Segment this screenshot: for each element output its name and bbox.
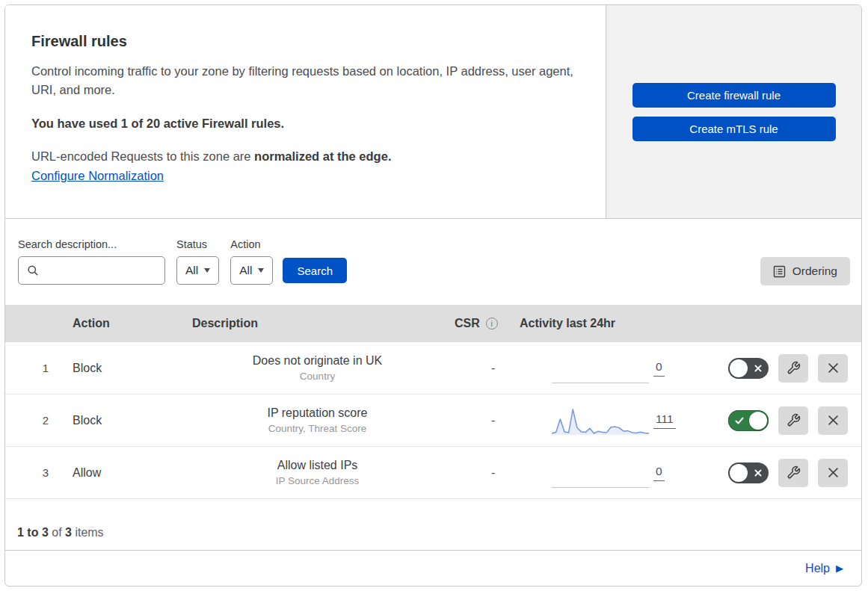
info-icon[interactable]: i [486, 318, 498, 329]
ordering-button-label: Ordering [792, 264, 837, 278]
rule-priority: 2 [5, 394, 61, 446]
rule-description-cell: IP reputation score Country, Threat Scor… [188, 394, 443, 446]
activity-sparkline [552, 457, 649, 488]
rule-priority: 3 [5, 447, 61, 498]
firewall-rules-card: Firewall rules Control incoming traffic … [4, 4, 862, 587]
toggle-knob [730, 464, 748, 482]
rule-action: Allow [61, 447, 188, 498]
help-bar: Help ▶ [5, 551, 861, 586]
rule-fields: Country, Threat Score [268, 423, 367, 434]
header-text-panel: Firewall rules Control incoming traffic … [5, 5, 606, 218]
item-total: 3 [65, 526, 72, 539]
rule-description: Allow listed IPs [277, 459, 358, 472]
normalization-bold: normalized at the edge. [254, 149, 391, 163]
usage-summary: You have used 1 of 20 active Firewall ru… [31, 117, 576, 131]
csr-column-header: CSR i [443, 305, 517, 342]
edit-rule-button[interactable] [778, 459, 808, 487]
help-link[interactable]: Help ▶ [805, 562, 843, 575]
header-section: Firewall rules Control incoming traffic … [5, 5, 861, 219]
wrench-icon [787, 465, 801, 480]
items-text: items [72, 526, 104, 539]
search-label: Search description... [18, 238, 165, 250]
rule-csr: - [443, 394, 517, 446]
ordering-button[interactable]: Ordering [760, 257, 850, 285]
rule-controls [693, 447, 861, 498]
normalization-prefix: URL-encoded Requests to this zone are [31, 149, 254, 163]
create-mtls-rule-button[interactable]: Create mTLS rule [632, 117, 836, 141]
of-text: of [49, 526, 65, 539]
toggle-state-icon [754, 365, 762, 372]
toggle-knob [730, 359, 748, 377]
table-row: 3 Allow Allow listed IPs IP Source Addre… [5, 447, 861, 499]
activity-count-link[interactable]: 111 [653, 412, 676, 429]
delete-rule-button[interactable] [818, 459, 848, 487]
table-row: 2 Block IP reputation score Country, Thr… [5, 394, 861, 447]
search-button[interactable]: Search [283, 258, 347, 283]
rule-enable-toggle[interactable] [728, 462, 769, 483]
rule-activity-cell: 0 [517, 447, 693, 498]
rule-enable-toggle[interactable] [728, 410, 769, 431]
create-firewall-rule-button[interactable]: Create firewall rule [632, 83, 836, 108]
rule-csr: - [443, 342, 517, 394]
search-input[interactable] [45, 264, 164, 278]
toggle-state-icon [754, 469, 762, 477]
status-label: Status [176, 238, 219, 250]
search-box[interactable] [18, 256, 165, 285]
activity-count-link[interactable]: 0 [653, 465, 665, 481]
chevron-down-icon [258, 268, 264, 273]
close-icon [828, 415, 839, 426]
search-icon [27, 264, 39, 276]
rule-activity-cell: 0 [517, 342, 693, 394]
rule-priority: 1 [5, 342, 61, 394]
delete-rule-button[interactable] [818, 354, 848, 383]
controls-column-header [693, 305, 861, 342]
page-title: Firewall rules [31, 33, 576, 50]
wrench-icon [787, 361, 801, 375]
action-dropdown[interactable]: All [230, 256, 273, 285]
rule-description: IP reputation score [267, 406, 367, 420]
action-label: Action [230, 238, 273, 250]
action-column-header: Action [61, 305, 188, 342]
chevron-down-icon [204, 268, 210, 273]
activity-sparkline [552, 406, 649, 436]
table-row: 1 Block Does not originate in UK Country… [5, 342, 861, 394]
rule-controls [693, 394, 861, 446]
activity-column-header: Activity last 24hr [517, 305, 693, 342]
page-description: Control incoming traffic to your zone by… [31, 62, 576, 99]
action-dropdown-value: All [239, 264, 252, 277]
rule-fields: IP Source Address [276, 475, 360, 486]
filter-bar: Search description... Status All Action [5, 219, 861, 305]
edit-rule-button[interactable] [778, 406, 808, 435]
configure-normalization-link[interactable]: Configure Normalization [31, 169, 164, 183]
rule-description-cell: Allow listed IPs IP Source Address [188, 447, 443, 498]
rule-action: Block [61, 342, 188, 394]
wrench-icon [787, 413, 801, 427]
activity-count-link[interactable]: 0 [653, 360, 665, 377]
rule-enable-toggle[interactable] [728, 358, 769, 379]
rule-action: Block [61, 394, 188, 446]
close-icon [828, 467, 839, 478]
status-dropdown-value: All [185, 264, 198, 277]
rule-controls [693, 342, 861, 394]
csr-header-label: CSR [455, 317, 480, 330]
description-column-header: Description [188, 305, 443, 342]
status-dropdown[interactable]: All [176, 256, 219, 285]
action-filter-group: Action All [230, 238, 273, 285]
close-icon [828, 362, 839, 374]
pagination-summary: 1 to 3 of 3 items [5, 499, 861, 551]
help-arrow-icon: ▶ [836, 563, 843, 573]
toggle-knob [749, 412, 767, 430]
delete-rule-button[interactable] [818, 406, 848, 435]
rule-description: Does not originate in UK [253, 354, 382, 368]
rule-fields: Country [300, 371, 335, 382]
item-range: 1 to 3 [17, 526, 49, 539]
rule-activity-cell: 111 [517, 394, 693, 446]
rule-description-cell: Does not originate in UK Country [188, 342, 443, 394]
help-label: Help [805, 562, 830, 575]
actions-panel: Create firewall rule Create mTLS rule [606, 5, 861, 218]
rule-csr: - [443, 447, 517, 498]
toggle-state-icon [735, 416, 744, 425]
priority-column-header [5, 305, 61, 342]
activity-sparkline [552, 353, 649, 383]
edit-rule-button[interactable] [778, 354, 808, 383]
